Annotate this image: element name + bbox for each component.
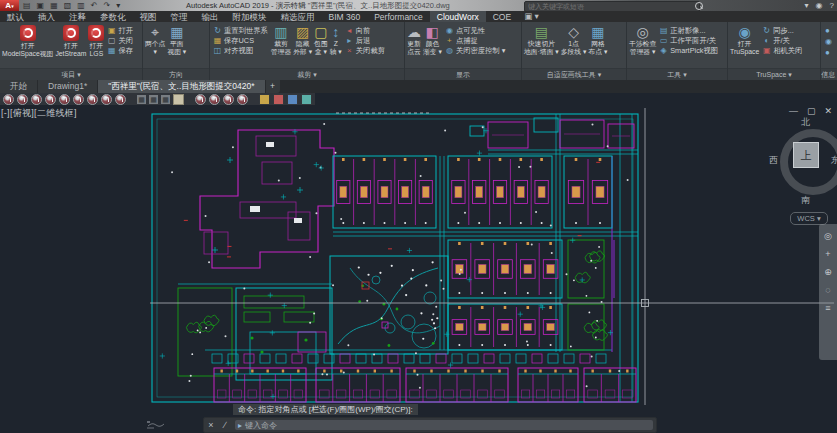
button-保存UCS[interactable]: ▦保存UCS [213, 36, 268, 45]
info-icon-0[interactable]: ● [825, 26, 832, 35]
toolbar-grid-icon-12[interactable]: ▦ [161, 95, 170, 104]
ribbon-tab-BIM 360[interactable]: BIM 360 [322, 11, 368, 22]
panel-title[interactable]: 方向 [143, 68, 209, 80]
cloudworx-tool-icon-3[interactable] [45, 94, 56, 105]
save-icon[interactable]: ▦ [50, 0, 58, 11]
new-drawing-tab-button[interactable]: + [266, 80, 280, 93]
button-1点[interactable]: ◇1点 多段线 ▾ [560, 23, 588, 55]
ribbon-tab-默认[interactable]: 默认 [0, 11, 31, 22]
cloudworx-tool-icon-1[interactable] [17, 94, 28, 105]
toolbar-color-icon-p4[interactable] [301, 94, 312, 105]
doc-minimize-icon[interactable]: — [789, 106, 798, 116]
file-tab-1[interactable]: Drawing1* [38, 80, 97, 93]
info-icon-2[interactable]: ● [825, 48, 832, 57]
viewcube[interactable]: 上 北 南 西 东 [775, 116, 837, 212]
button-颜色[interactable]: ◧颜色 渐变 ▾ [422, 23, 443, 55]
autocad-logo-button[interactable]: A▾ [0, 0, 19, 11]
viewcube-top-face[interactable]: 上 [793, 142, 819, 168]
ribbon-tab-附加模块[interactable]: 附加模块 [226, 11, 274, 22]
button-打开[interactable]: ▣打开 [107, 26, 133, 35]
ribbon-tab-输出[interactable]: 输出 [195, 11, 226, 22]
cloudworx-tool-icon-2[interactable] [31, 94, 42, 105]
ribbon-panel-toggle-icon[interactable]: ▣ ▾ [518, 11, 545, 22]
button-打开[interactable]: ◉打开 TruSpace [729, 23, 760, 55]
viewcube-north-label[interactable]: 北 [801, 116, 810, 129]
button-SmartPick视图[interactable]: ◈SmartPick视图 [659, 46, 718, 55]
panel-title[interactable]: 信息 ▾ [821, 68, 837, 80]
file-tab-0[interactable]: 开始 [0, 80, 37, 93]
button-同步...[interactable]: ↻同步... [762, 26, 802, 35]
viewcube-west-label[interactable]: 西 [769, 154, 778, 167]
panel-title[interactable]: 自适应画线工具 ▾ [522, 68, 626, 80]
button-点捕捉[interactable]: +点捕捉 [445, 36, 505, 45]
button-网格[interactable]: ▦网格 布点 ▾ [587, 23, 608, 55]
ribbon-tab-精选应用[interactable]: 精选应用 [274, 11, 322, 22]
cloudworx-tool-icon-0[interactable] [3, 94, 14, 105]
ribbon-tab-COE[interactable]: COE [486, 11, 518, 22]
viewcube-east-label[interactable]: 东 [831, 154, 837, 167]
panel-title[interactable]: 工具 ▾ [627, 68, 727, 80]
ribbon-tab-注释[interactable]: 注释 [62, 11, 93, 22]
cloudworx-tool-icon-6[interactable] [87, 94, 98, 105]
toolbar-swatch-icon[interactable] [173, 94, 184, 105]
redo-icon[interactable]: ↷ [104, 0, 111, 11]
cloudworx-tool-icon-4[interactable] [59, 94, 70, 105]
command-input[interactable]: ▸ 键入命令 [235, 420, 653, 430]
button-Z[interactable]: ↕Z 轴 ▾ [329, 23, 343, 55]
button-关闭[interactable]: ▢关闭 [107, 36, 133, 45]
file-tab-2[interactable]: "西祥里"(民宿、文..目地形图提交0420* [98, 80, 264, 93]
button-裁剪[interactable]: ▥裁剪 管理器 [270, 23, 292, 55]
button-平面[interactable]: ▦平面 视图 ▾ [166, 23, 187, 55]
button-包围[interactable]: ▢包围 盒 ▾ [313, 23, 329, 55]
cloudworx-tool-icon-17[interactable] [223, 94, 234, 105]
button-点可见性[interactable]: ◉点可见性 [445, 26, 505, 35]
doc-restore-icon[interactable]: ▢ [807, 106, 816, 116]
button-关闭密度控制 ▾[interactable]: ◍关闭密度控制 ▾ [445, 46, 505, 55]
button-开/关[interactable]: ◐开/关 [762, 36, 802, 45]
button-更新[interactable]: ☁更新 点云 [406, 23, 422, 55]
button-正射影像...[interactable]: ▤正射影像... [659, 26, 718, 35]
panel-title[interactable]: TruSpace ▾ [728, 68, 820, 80]
ribbon-tab-视图[interactable]: 视图 [133, 11, 164, 22]
toolbar-color-icon-p3[interactable] [287, 94, 298, 105]
button-打开-LGS[interactable]: 打开 LGS [87, 23, 105, 57]
button-关闭裁剪[interactable]: ×关闭裁剪 [345, 46, 385, 55]
button-保存[interactable]: ▦保存 [107, 46, 133, 55]
saveas-icon[interactable]: ▧ [64, 0, 72, 11]
button-隐藏[interactable]: ▨隐藏 外部 ▾ [292, 23, 313, 55]
button-工作平面开/关[interactable]: ▭工作平面开/关 [659, 36, 718, 45]
toolbar-color-icon-p1[interactable] [259, 94, 270, 105]
button-干涉检查[interactable]: ◎干涉检查 管理器 ▾ [628, 23, 657, 55]
cloudworx-tool-icon-15[interactable] [195, 94, 206, 105]
navbar-tool-icon-0[interactable]: ◎ [824, 232, 832, 241]
ribbon-tab-参数化[interactable]: 参数化 [93, 11, 133, 22]
cloudworx-tool-icon-18[interactable] [237, 94, 248, 105]
navbar-tool-icon-4[interactable]: ≡ [825, 304, 830, 313]
panel-title[interactable]: 裁剪 ▾ [210, 68, 404, 80]
button-相机关闭[interactable]: ▣相机关闭 [762, 46, 802, 55]
button-向前[interactable]: ◂向前 [345, 26, 385, 35]
titlebar-icon-2[interactable]: ? [830, 0, 834, 11]
button-打开-JetStream[interactable]: 打开 JetStream [54, 23, 87, 57]
button-对齐视图[interactable]: ◫对齐视图 [213, 46, 268, 55]
button-打开-ModelSpace视图[interactable]: 打开 ModelSpace视图 [1, 23, 54, 57]
ribbon-tab-Performance[interactable]: Performance [367, 11, 430, 22]
cloudworx-tool-icon-5[interactable] [73, 94, 84, 105]
search-icon[interactable] [695, 2, 703, 10]
navbar-tool-icon-3[interactable]: ◌ [825, 286, 830, 295]
doc-close-icon[interactable]: ✕ [825, 106, 833, 116]
viewport-controls[interactable]: [-][俯视][二维线框] [1, 107, 77, 120]
toolbar-color-icon-p2[interactable] [273, 94, 284, 105]
ribbon-tab-管理[interactable]: 管理 [164, 11, 195, 22]
plot-icon[interactable]: ▥ [77, 0, 85, 11]
button-后退[interactable]: ▸后退 [345, 36, 385, 45]
ribbon-tab-插入[interactable]: 插入 [31, 11, 62, 22]
panel-title[interactable]: 项目 ▾ [0, 68, 142, 80]
undo-icon[interactable]: ↶ [91, 0, 98, 11]
toolbar-grid-icon-11[interactable]: ▦ [149, 95, 158, 104]
command-customize-icon[interactable]: ∕ [218, 420, 232, 430]
info-icon-1[interactable]: ◉ [825, 37, 832, 46]
cloudworx-tool-icon-8[interactable] [115, 94, 126, 105]
ribbon-tab-CloudWorx[interactable]: CloudWorx [430, 11, 486, 22]
navbar-tool-icon-2[interactable]: ⊕ [824, 268, 832, 277]
